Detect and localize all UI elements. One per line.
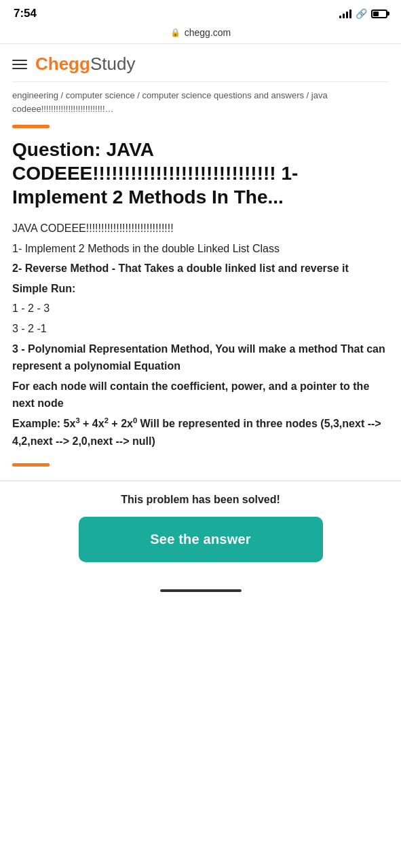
study-label: Study [90, 54, 136, 75]
question-line-6: 3 - 2 -1 [12, 320, 389, 338]
url-text: chegg.com [185, 27, 231, 38]
status-bar: 7:54 🔗 [0, 0, 401, 24]
question-line-4: Simple Run: [12, 280, 389, 298]
chegg-brand: Chegg [35, 54, 90, 75]
home-bar [160, 589, 242, 592]
signal-icon [339, 9, 351, 18]
question-line-9: Example: 5x3 + 4x2 + 2x0 Will be represe… [12, 415, 389, 450]
question-line-1: JAVA CODEEE!!!!!!!!!!!!!!!!!!!!!!!!!!!!! [12, 220, 389, 237]
see-answer-button[interactable]: See the answer [79, 517, 323, 562]
breadcrumb[interactable]: engineering / computer science / compute… [12, 82, 389, 119]
wifi-icon: 🔗 [356, 8, 367, 19]
question-line-2: 1- Implement 2 Methods in the double Lin… [12, 240, 389, 258]
hamburger-menu[interactable] [12, 60, 27, 69]
home-indicator [0, 583, 401, 596]
address-bar[interactable]: 🔒 chegg.com [0, 24, 401, 44]
solved-section: This problem has been solved! [0, 481, 401, 506]
question-line-8: For each node will contain the coefficie… [12, 378, 389, 412]
accent-bar-bottom [12, 463, 50, 467]
battery-icon [371, 9, 387, 18]
solved-text: This problem has been solved! [12, 494, 389, 506]
question-body: JAVA CODEEE!!!!!!!!!!!!!!!!!!!!!!!!!!!!!… [12, 220, 389, 450]
status-time: 7:54 [14, 7, 37, 20]
accent-bar-top [12, 125, 50, 128]
lock-icon: 🔒 [170, 28, 180, 37]
question-line-3: 2- Reverse Method - That Takes a double … [12, 260, 389, 277]
question-title: Question: JAVA CODEEE!!!!!!!!!!!!!!!!!!!… [12, 138, 389, 209]
header-nav: Chegg Study [12, 44, 389, 82]
question-line-5: 1 - 2 - 3 [12, 300, 389, 317]
question-line-7: 3 - Polynomial Representation Method, Yo… [12, 340, 389, 375]
status-icons: 🔗 [339, 8, 387, 19]
answer-btn-container: See the answer [0, 517, 401, 583]
main-content: Chegg Study engineering / computer scien… [0, 44, 401, 467]
chegg-logo[interactable]: Chegg Study [35, 54, 135, 75]
